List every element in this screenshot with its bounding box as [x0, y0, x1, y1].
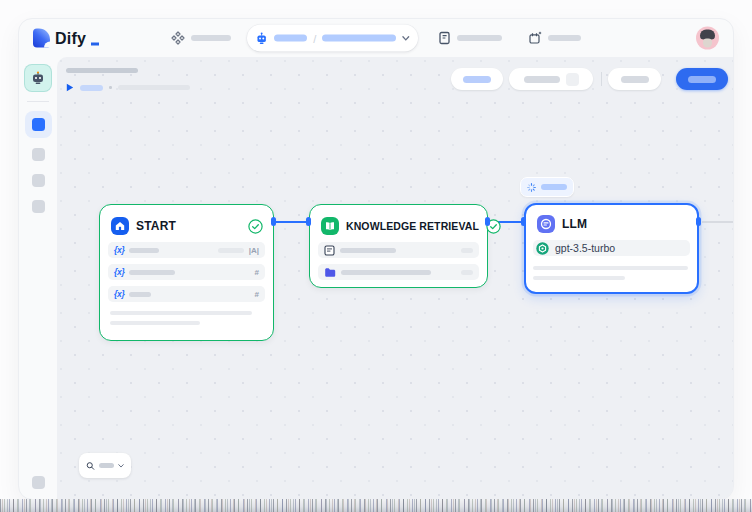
run-status-row: [66, 83, 190, 92]
dify-app-window: Dify: [18, 18, 734, 500]
current-app-icon[interactable]: [24, 64, 52, 92]
description-skeleton: [533, 276, 625, 280]
document-icon: [324, 245, 335, 256]
sidebar-item-skeleton[interactable]: [32, 174, 45, 187]
left-sidebar: [19, 57, 57, 499]
avatar-face: [703, 39, 712, 48]
bottom-noise-texture: [0, 499, 752, 512]
button-label-skeleton: [463, 76, 491, 83]
button-icon-skeleton[interactable]: [566, 73, 579, 86]
chevron-down-icon: [118, 463, 124, 469]
button-label-skeleton: [621, 76, 649, 83]
app-robot-icon: [30, 70, 46, 86]
node-knowledge-retrieval[interactable]: KNOWLEDGE RETRIEVAL: [309, 204, 488, 288]
node-title: KNOWLEDGE RETRIEVAL: [346, 220, 479, 232]
connection-handle[interactable]: [696, 217, 701, 226]
run-meta-skeleton: [118, 85, 190, 90]
home-icon: [111, 217, 129, 235]
dataset-row[interactable]: [318, 242, 479, 258]
model-name: gpt-3.5-turbo: [555, 242, 615, 254]
node-title: LLM: [562, 217, 587, 231]
workflow-title-skeleton: [66, 68, 138, 73]
nav-label-skeleton: [191, 35, 231, 41]
variable-name-skeleton: [129, 292, 151, 297]
dataset-row[interactable]: [318, 264, 479, 280]
variable-value-skeleton: [218, 248, 244, 253]
screenshot-background: Dify: [0, 0, 752, 512]
node-header: KNOWLEDGE RETRIEVAL: [310, 205, 487, 242]
node-header: START: [100, 205, 273, 242]
connection-handle[interactable]: [306, 217, 311, 226]
button-label-skeleton: [688, 76, 716, 83]
workflow-name-skeleton: [322, 35, 396, 42]
dataset-name-skeleton: [340, 248, 396, 253]
preview-split-button[interactable]: [509, 68, 593, 90]
four-diamonds-icon: [171, 31, 185, 45]
nav-label-skeleton: [548, 35, 581, 41]
magnifier-icon: [86, 460, 95, 472]
sidebar-item-skeleton[interactable]: [32, 148, 45, 161]
connection-handle[interactable]: [521, 217, 526, 226]
publish-primary-button[interactable]: [676, 68, 728, 90]
variable-name-skeleton: [129, 270, 175, 275]
publish-nav-item[interactable]: [528, 31, 581, 45]
calendar-sparkle-icon: [528, 31, 542, 45]
dify-logo[interactable]: Dify: [33, 29, 99, 48]
button-label-skeleton: [524, 76, 560, 83]
dataset-meta-skeleton: [461, 248, 473, 253]
notebook-icon: [438, 31, 451, 45]
description-skeleton: [110, 321, 200, 325]
node-llm[interactable]: LLM gpt-3.5-turbo: [524, 203, 699, 294]
orchestrate-nav-item[interactable]: [171, 31, 231, 45]
workflow-block-icon: [32, 118, 45, 131]
robot-icon: [255, 31, 268, 45]
variable-row[interactable]: {x} #: [108, 286, 265, 302]
variable-type: |A|: [249, 246, 259, 255]
running-status-badge: [520, 177, 574, 197]
open-book-icon: [321, 217, 339, 235]
app-name-skeleton: [274, 35, 307, 42]
edge-start-to-knowledge[interactable]: [276, 221, 308, 223]
dify-logo-icon: [33, 29, 50, 48]
variable-row[interactable]: {x} |A|: [108, 242, 265, 258]
dify-logo-text: Dify: [55, 30, 86, 48]
breadcrumb-separator: /: [313, 32, 316, 44]
workflow-canvas[interactable]: START {x} |A| {x}: [57, 57, 734, 500]
zoom-control[interactable]: [79, 453, 131, 478]
chevron-down-icon: [402, 35, 410, 41]
secondary-action-button[interactable]: [608, 68, 661, 90]
variable-row[interactable]: {x} #: [108, 264, 265, 280]
node-title: START: [136, 219, 176, 233]
node-header: LLM: [526, 205, 697, 240]
connection-handle[interactable]: [485, 217, 490, 226]
features-button[interactable]: [451, 68, 503, 90]
folder-icon: [324, 267, 336, 278]
app-switcher[interactable]: /: [247, 25, 418, 52]
variable-icon: {x}: [114, 245, 124, 255]
sidebar-item-skeleton[interactable]: [32, 200, 45, 213]
toolbar-divider: [601, 72, 602, 86]
dify-logo-cursor: [91, 42, 99, 46]
variable-type: #: [255, 290, 259, 299]
connection-handle[interactable]: [271, 217, 276, 226]
play-icon[interactable]: [66, 83, 74, 92]
dataset-name-skeleton: [341, 270, 431, 275]
sidebar-item-workflow-active[interactable]: [25, 111, 52, 138]
top-navigation-bar: Dify: [19, 19, 733, 57]
node-start[interactable]: START {x} |A| {x}: [99, 204, 274, 341]
model-selector-row[interactable]: gpt-3.5-turbo: [533, 240, 690, 256]
sidebar-divider: [27, 101, 49, 102]
description-skeleton: [533, 266, 688, 270]
variable-icon: {x}: [114, 289, 124, 299]
dataset-meta-skeleton: [461, 270, 473, 275]
dot-separator: [109, 86, 112, 89]
llm-icon: [537, 215, 555, 233]
zoom-level-skeleton: [99, 463, 114, 468]
edge-llm-outgoing[interactable]: [702, 221, 734, 223]
variable-type: #: [255, 268, 259, 277]
nav-label-skeleton: [457, 35, 502, 41]
sidebar-settings-skeleton[interactable]: [32, 476, 45, 489]
api-reference-nav-item[interactable]: [438, 31, 502, 45]
user-avatar[interactable]: [696, 27, 719, 50]
variable-name-skeleton: [129, 248, 159, 253]
